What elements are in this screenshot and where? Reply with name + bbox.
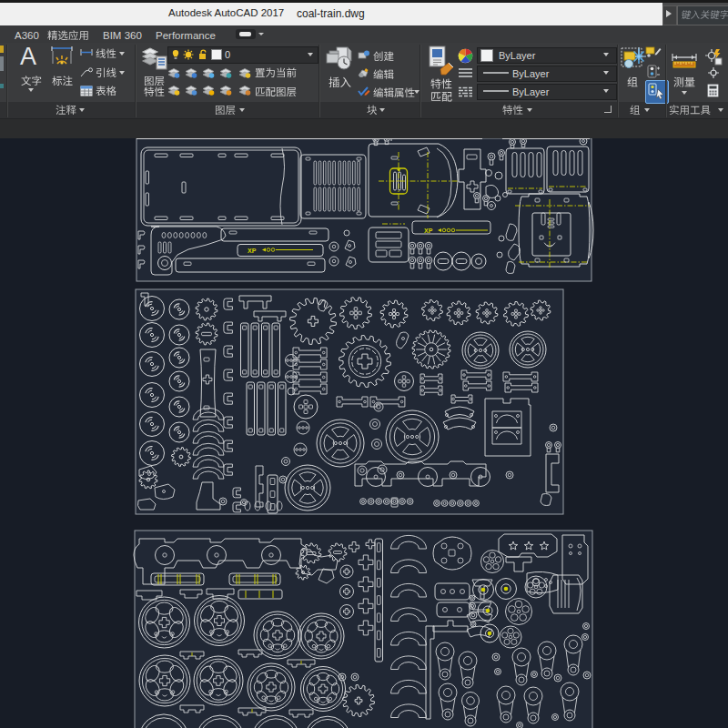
svg-text:XP: XP (424, 228, 433, 234)
svg-text:XP: XP (248, 248, 257, 254)
